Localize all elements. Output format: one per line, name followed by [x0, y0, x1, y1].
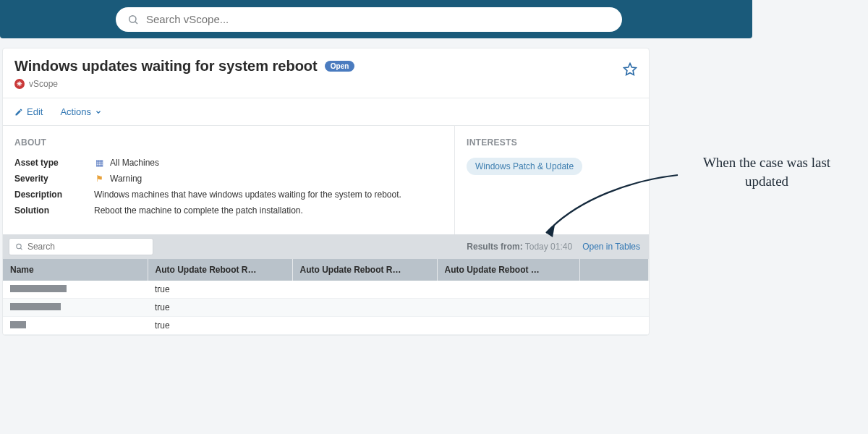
- grid-icon: ▦: [94, 158, 104, 168]
- results-from-label: Results from:: [467, 242, 522, 252]
- asset-type-value: All Machines: [110, 158, 159, 168]
- interests-heading: INTERESTS: [467, 137, 637, 148]
- svg-line-4: [20, 248, 22, 250]
- org-name: vScope: [29, 79, 58, 89]
- col-auto-update-3[interactable]: Auto Update Reboot …: [437, 259, 579, 281]
- redacted-name: [10, 303, 61, 310]
- solution-label: Solution: [14, 205, 94, 216]
- cell-value: true: [148, 299, 292, 317]
- col-spacer: [579, 259, 649, 281]
- severity-value: Warning: [110, 174, 142, 184]
- annotation-text: When the case was last updated: [680, 153, 854, 190]
- results-table: Name Auto Update Reboot R… Auto Update R…: [3, 259, 649, 335]
- global-search-input[interactable]: [146, 13, 610, 25]
- description-value: Windows machines that have windows updat…: [94, 190, 401, 200]
- solution-value: Reboot the machine to complete the patch…: [94, 205, 303, 216]
- card-header: Windows updates waiting for system reboo…: [3, 48, 649, 98]
- actions-label: Actions: [60, 106, 91, 117]
- svg-point-0: [129, 15, 136, 22]
- description-label: Description: [14, 190, 94, 200]
- action-bar: Edit Actions: [3, 98, 649, 126]
- star-icon: [623, 62, 637, 77]
- page-title: Windows updates waiting for system reboo…: [14, 58, 318, 75]
- cell-value: true: [148, 317, 292, 335]
- chevron-down-icon: [95, 109, 102, 116]
- asset-type-label: Asset type: [14, 158, 94, 168]
- table-row[interactable]: true: [3, 281, 649, 299]
- search-icon: [127, 14, 139, 25]
- svg-line-1: [135, 21, 137, 23]
- results-bar: Results from: Today 01:40 Open in Tables: [3, 234, 649, 259]
- edit-label: Edit: [27, 106, 43, 117]
- status-badge: Open: [325, 61, 355, 72]
- svg-marker-2: [624, 64, 637, 75]
- col-name[interactable]: Name: [3, 259, 148, 281]
- results-from-value: Today 01:40: [525, 242, 572, 252]
- edit-button[interactable]: Edit: [14, 106, 43, 117]
- pencil-icon: [14, 108, 23, 116]
- org-logo-icon: ✳: [14, 79, 25, 89]
- col-auto-update-2[interactable]: Auto Update Reboot R…: [292, 259, 437, 281]
- interest-pill[interactable]: Windows Patch & Update: [467, 158, 582, 175]
- case-card: Windows updates waiting for system reboo…: [2, 48, 650, 336]
- table-row[interactable]: true: [3, 317, 649, 335]
- content-grid: ABOUT Asset type ▦ All Machines Severity…: [3, 126, 649, 234]
- actions-button[interactable]: Actions: [60, 106, 102, 117]
- redacted-name: [10, 321, 26, 328]
- top-bar: [0, 0, 752, 38]
- redacted-name: [10, 285, 67, 292]
- favorite-button[interactable]: [623, 58, 637, 79]
- open-in-tables-link[interactable]: Open in Tables: [582, 242, 640, 252]
- flag-icon: ⚑: [94, 174, 104, 184]
- severity-label: Severity: [14, 174, 94, 184]
- table-header-row: Name Auto Update Reboot R… Auto Update R…: [3, 259, 649, 281]
- table-search[interactable]: [9, 238, 153, 255]
- about-section: ABOUT Asset type ▦ All Machines Severity…: [3, 126, 455, 234]
- search-icon: [15, 242, 23, 251]
- col-auto-update-1[interactable]: Auto Update Reboot R…: [148, 259, 292, 281]
- table-search-input[interactable]: [27, 242, 147, 252]
- svg-point-3: [17, 244, 21, 248]
- table-row[interactable]: true: [3, 299, 649, 317]
- cell-value: true: [148, 281, 292, 299]
- about-heading: ABOUT: [14, 137, 443, 148]
- interests-section: INTERESTS Windows Patch & Update: [455, 126, 649, 234]
- global-search[interactable]: [116, 7, 622, 32]
